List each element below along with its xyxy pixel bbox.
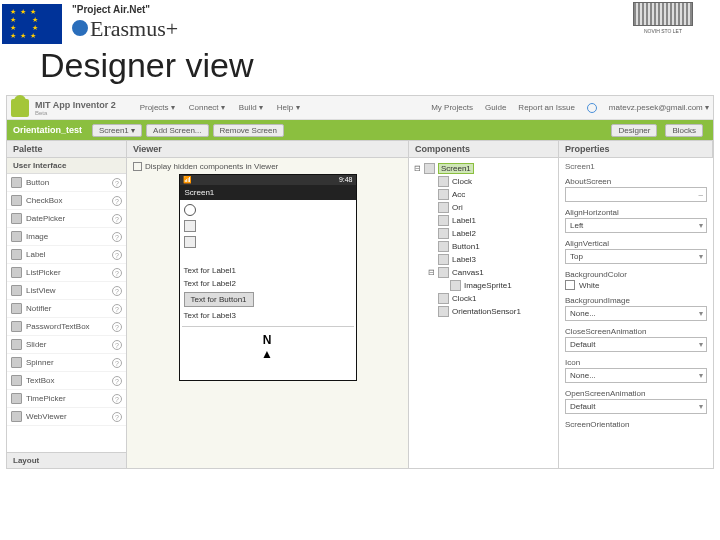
tree-item-label1[interactable]: Label1: [413, 214, 554, 227]
tree-item-label: Label1: [452, 216, 476, 225]
clock-widget-icon[interactable]: [184, 204, 196, 216]
user-menu[interactable]: matevz.pesek@gmail.com ▾: [609, 103, 709, 112]
palette-item-label: CheckBox: [26, 196, 62, 205]
info-icon[interactable]: ?: [112, 250, 122, 260]
tree-item-ori[interactable]: Ori: [413, 201, 554, 214]
prop-bgcolor-select[interactable]: White: [565, 280, 707, 290]
info-icon[interactable]: ?: [112, 196, 122, 206]
tree-toggle-icon[interactable]: ⊟: [413, 164, 421, 173]
palette-item-notifier[interactable]: Notifier?: [7, 300, 126, 318]
menu-projects[interactable]: Projects ▾: [140, 103, 175, 112]
remove-screen-button[interactable]: Remove Screen: [213, 124, 284, 137]
info-icon[interactable]: ?: [112, 394, 122, 404]
info-icon[interactable]: ?: [112, 178, 122, 188]
palette-item-label: Notifier: [26, 304, 51, 313]
tree-item-label2[interactable]: Label2: [413, 227, 554, 240]
preview-label2[interactable]: Text for Label2: [184, 279, 236, 288]
menu-build[interactable]: Build ▾: [239, 103, 263, 112]
palette-section-layout[interactable]: Layout: [7, 452, 126, 468]
info-icon[interactable]: ?: [112, 304, 122, 314]
hidden-components-checkbox[interactable]: [133, 162, 142, 171]
palette-item-label: Image: [26, 232, 48, 241]
components-header: Components: [409, 141, 559, 157]
link-report-issue[interactable]: Report an Issue: [518, 103, 574, 112]
link-guide[interactable]: Guide: [485, 103, 506, 112]
add-screen-button[interactable]: Add Screen...: [146, 124, 208, 137]
info-icon[interactable]: ?: [112, 232, 122, 242]
tree-item-button1[interactable]: Button1: [413, 240, 554, 253]
link-my-projects[interactable]: My Projects: [431, 103, 473, 112]
prop-alignh-label: AlignHorizontal: [565, 208, 707, 217]
status-signal-icon: 📶: [183, 176, 192, 184]
preview-label3[interactable]: Text for Label3: [184, 311, 236, 320]
palette-item-checkbox[interactable]: CheckBox?: [7, 192, 126, 210]
acc-widget-icon[interactable]: [184, 220, 196, 232]
tree-item-acc[interactable]: Acc: [413, 188, 554, 201]
prop-openanim-select[interactable]: Default▾: [565, 399, 707, 414]
tree-item-label: Label3: [452, 255, 476, 264]
info-icon[interactable]: ?: [112, 358, 122, 368]
palette-item-slider[interactable]: Slider?: [7, 336, 126, 354]
palette-item-label[interactable]: Label?: [7, 246, 126, 264]
viewer-header: Viewer: [127, 141, 409, 157]
info-icon[interactable]: ?: [112, 412, 122, 422]
tree-item-clock[interactable]: Clock: [413, 175, 554, 188]
prop-alignv-select[interactable]: Top▾: [565, 249, 707, 264]
palette-item-listpicker[interactable]: ListPicker?: [7, 264, 126, 282]
palette-item-label: Spinner: [26, 358, 54, 367]
palette-item-label: DatePicker: [26, 214, 65, 223]
preview-button1[interactable]: Text for Button1: [184, 292, 254, 307]
info-icon[interactable]: ?: [112, 322, 122, 332]
palette-item-image[interactable]: Image?: [7, 228, 126, 246]
info-icon[interactable]: ?: [112, 340, 122, 350]
palette-item-label: PasswordTextBox: [26, 322, 90, 331]
info-icon[interactable]: ?: [112, 376, 122, 386]
menu-connect[interactable]: Connect ▾: [189, 103, 225, 112]
palette-section-ui[interactable]: User Interface: [7, 158, 126, 174]
prop-closeanim-select[interactable]: Default▾: [565, 337, 707, 352]
viewer-panel: Display hidden components in Viewer 📶 9:…: [127, 158, 409, 468]
tree-item-label3[interactable]: Label3: [413, 253, 554, 266]
palette-item-timepicker[interactable]: TimePicker?: [7, 390, 126, 408]
preview-label1[interactable]: Text for Label1: [184, 266, 236, 275]
palette-item-listview[interactable]: ListView?: [7, 282, 126, 300]
screen-selector[interactable]: Screen1 ▾: [92, 124, 142, 137]
palette-item-datepicker[interactable]: DatePicker?: [7, 210, 126, 228]
tree-item-imagesprite1[interactable]: ImageSprite1: [413, 279, 554, 292]
prop-bgcolor-label: BackgroundColor: [565, 270, 707, 279]
project-name: "Project Air.Net": [72, 4, 178, 15]
prop-orientation-label: ScreenOrientation: [565, 420, 707, 429]
palette-item-label: WebViewer: [26, 412, 67, 421]
info-icon[interactable]: ?: [112, 214, 122, 224]
info-icon[interactable]: ?: [112, 268, 122, 278]
preview-canvas[interactable]: N▲: [182, 326, 354, 361]
blocks-button[interactable]: Blocks: [665, 124, 703, 137]
palette-item-icon: [11, 177, 22, 188]
tree-item-label: Label2: [452, 229, 476, 238]
palette-item-icon: [11, 231, 22, 242]
palette-item-label: Label: [26, 250, 46, 259]
prop-bgimage-select[interactable]: None...▾: [565, 306, 707, 321]
prop-alignh-select[interactable]: Left▾: [565, 218, 707, 233]
screen-icon: [424, 163, 435, 174]
prop-aboutscreen-input[interactable]: –: [565, 187, 707, 202]
prop-icon-select[interactable]: None...▾: [565, 368, 707, 383]
menu-help[interactable]: Help ▾: [277, 103, 300, 112]
prop-aboutscreen-label: AboutScreen: [565, 177, 707, 186]
info-icon[interactable]: ?: [112, 286, 122, 296]
tree-item-canvas1[interactable]: ⊟Canvas1: [413, 266, 554, 279]
palette-item-passwordtextbox[interactable]: PasswordTextBox?: [7, 318, 126, 336]
ori-widget-icon[interactable]: [184, 236, 196, 248]
designer-button[interactable]: Designer: [611, 124, 657, 137]
palette-item-button[interactable]: Button?: [7, 174, 126, 192]
palette-item-webviewer[interactable]: WebViewer?: [7, 408, 126, 426]
palette-item-label: ListView: [26, 286, 56, 295]
palette-item-textbox[interactable]: TextBox?: [7, 372, 126, 390]
tree-root[interactable]: ⊟ Screen1: [413, 162, 554, 175]
tree-item-clock1[interactable]: Clock1: [413, 292, 554, 305]
language-icon[interactable]: [587, 103, 597, 113]
tree-item-orientationsensor1[interactable]: OrientationSensor1: [413, 305, 554, 318]
palette-item-icon: [11, 375, 22, 386]
palette-item-spinner[interactable]: Spinner?: [7, 354, 126, 372]
tree-toggle-icon[interactable]: ⊟: [427, 268, 435, 277]
